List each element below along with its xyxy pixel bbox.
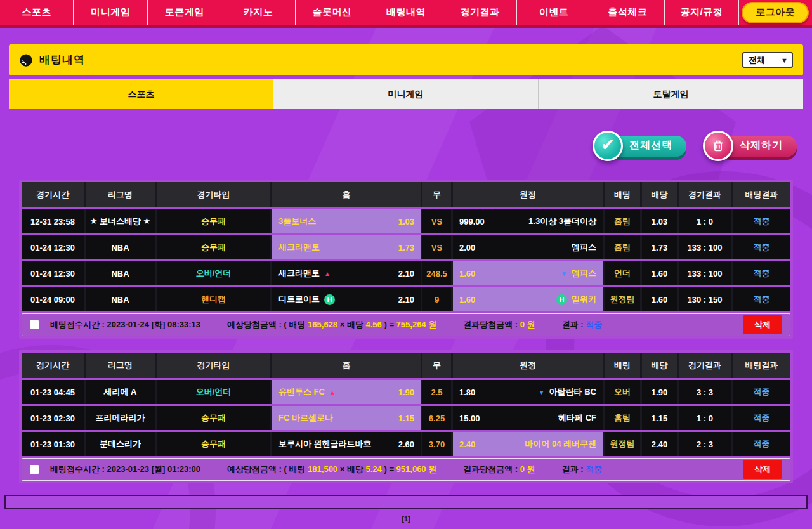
nav-item-tokengame[interactable]: 토큰게임 bbox=[148, 0, 221, 25]
top-navigation: 스포츠 미니게임 토큰게임 카지노 슬롯머신 배팅내역 경기결과 이벤트 출석체… bbox=[0, 0, 812, 28]
nav-item-betting-history[interactable]: 배팅내역 bbox=[369, 0, 443, 25]
slip-checkbox[interactable] bbox=[30, 320, 39, 329]
away-team: 멤피스 bbox=[572, 242, 596, 253]
odds-cell: 1.60 bbox=[642, 261, 677, 285]
nav-item-attendance[interactable]: 출석체크 bbox=[591, 0, 665, 25]
bet-type-cell: 오버/언더 bbox=[157, 380, 270, 404]
filter-select[interactable]: 전체 ▼ bbox=[742, 52, 793, 68]
select-all-button[interactable]: ✔ 전체선택 bbox=[593, 131, 686, 161]
away-cell: 1.80▼아탈란타 BC bbox=[453, 380, 603, 404]
pick-cell: 오버 bbox=[605, 380, 640, 404]
away-cell: 2.00멤피스 bbox=[453, 235, 603, 259]
column-header: 홈 bbox=[272, 182, 421, 207]
score-cell: 133 : 100 bbox=[679, 235, 731, 259]
home-cell: 보루시아 묀헨글라트바흐2.60 bbox=[272, 432, 421, 456]
page-header: 배팅내역 전체 ▼ bbox=[9, 44, 803, 75]
home-cell: FC 바르셀로나1.15 bbox=[272, 406, 421, 430]
chevron-down-icon: ▼ bbox=[781, 56, 788, 64]
delete-slip-button[interactable]: 삭제 bbox=[743, 315, 782, 334]
nav-item-logout-cell: 로그아웃 bbox=[739, 0, 812, 25]
pick-cell: 원정팀 bbox=[605, 432, 640, 456]
league-cell: ★ 보너스배당 ★ bbox=[86, 209, 155, 233]
away-cell: 999.001.3이상 3폴더이상 bbox=[453, 209, 603, 233]
nav-item-notice[interactable]: 공지/규정 bbox=[665, 0, 738, 25]
slip-footer: 배팅접수시간 : 2023-01-24 [화] 08:33:13예상당첨금액 :… bbox=[22, 313, 790, 336]
home-cell: 새크라맨토1.73 bbox=[272, 235, 421, 259]
result-winnings: 결과당첨금액 : 0 원 bbox=[463, 319, 535, 330]
delete-slip-button[interactable]: 삭제 bbox=[743, 460, 782, 479]
column-header: 배팅 bbox=[605, 353, 640, 378]
delete-all-button[interactable]: 삭제하기 bbox=[703, 131, 797, 161]
receipt-time: 배팅접수시간 : 2023-01-23 [월] 01:23:00 bbox=[50, 464, 200, 475]
column-header: 경기결과 bbox=[679, 353, 731, 378]
bet-row: 01-23 01:30분데스리가승무패보루시아 묀헨글라트바흐2.603.702… bbox=[22, 432, 790, 456]
soccer-ball-icon bbox=[19, 53, 33, 67]
filter-select-value: 전체 bbox=[749, 55, 765, 66]
betting-slips: 경기시간리그명경기타입홈무원정배팅배당경기결과배팅결과12-31 23:58★ … bbox=[9, 180, 803, 483]
check-icon: ✔ bbox=[593, 131, 623, 161]
home-team: 디트로이트H bbox=[278, 294, 335, 305]
home-team: 새크라맨토▲ bbox=[278, 268, 331, 279]
bet-type-cell: 승무패 bbox=[157, 432, 270, 456]
home-cell: 유벤투스 FC▲1.90 bbox=[272, 380, 421, 404]
tab-sports[interactable]: 스포츠 bbox=[9, 79, 273, 109]
away-cell: 1.60H밀워키 bbox=[453, 287, 603, 311]
away-team: H밀워키 bbox=[556, 294, 596, 305]
nav-item-minigame[interactable]: 미니게임 bbox=[74, 0, 147, 25]
column-header: 경기타입 bbox=[157, 353, 270, 378]
column-header: 리그명 bbox=[86, 182, 155, 207]
nav-item-events[interactable]: 이벤트 bbox=[517, 0, 591, 25]
score-cell: 130 : 150 bbox=[679, 287, 731, 311]
pagination-page-1[interactable]: [1] bbox=[0, 515, 812, 523]
home-team: FC 바르셀로나 bbox=[278, 412, 333, 424]
match-time-cell: 12-31 23:58 bbox=[22, 209, 84, 233]
nav-item-casino[interactable]: 카지노 bbox=[221, 0, 295, 25]
tab-minigame[interactable]: 미니게임 bbox=[273, 79, 538, 109]
score-cell: 1 : 0 bbox=[679, 406, 731, 430]
empty-slip-bar bbox=[4, 495, 808, 509]
away-team: 1.3이상 3폴더이상 bbox=[528, 216, 596, 227]
pick-cell: 홈팀 bbox=[605, 235, 640, 259]
logout-button[interactable]: 로그아웃 bbox=[742, 2, 809, 23]
nav-item-sports[interactable]: 스포츠 bbox=[0, 0, 74, 25]
home-cell: 새크라맨토▲2.10 bbox=[272, 261, 421, 285]
match-time-cell: 01-23 04:45 bbox=[22, 380, 84, 404]
down-triangle-icon: ▼ bbox=[561, 270, 567, 277]
league-cell: NBA bbox=[86, 261, 155, 285]
column-header: 원정 bbox=[453, 353, 603, 378]
draw-cell: 9 bbox=[422, 287, 451, 311]
away-team: 바이어 04 레버쿠젠 bbox=[525, 438, 596, 450]
pick-cell: 원정팀 bbox=[605, 287, 640, 311]
away-team: 헤타페 CF bbox=[558, 412, 596, 424]
draw-cell: 2.5 bbox=[422, 380, 451, 404]
nav-item-results[interactable]: 경기결과 bbox=[443, 0, 517, 25]
bet-row: 01-24 12:30NBA승무패새크라맨토1.73VS2.00멤피스홈팀1.7… bbox=[22, 235, 790, 259]
betting-slip-1: 경기시간리그명경기타입홈무원정배팅배당경기결과배팅결과12-31 23:58★ … bbox=[19, 180, 793, 339]
action-buttons: ✔ 전체선택 삭제하기 bbox=[9, 129, 803, 162]
home-cell: 디트로이트H2.10 bbox=[272, 287, 421, 311]
handicap-badge: H bbox=[324, 294, 335, 305]
slip-checkbox[interactable] bbox=[30, 465, 39, 474]
down-triangle-icon: ▼ bbox=[539, 389, 545, 396]
home-team: 유벤투스 FC▲ bbox=[278, 386, 336, 398]
score-cell: 1 : 0 bbox=[679, 209, 731, 233]
match-time-cell: 01-24 12:30 bbox=[22, 235, 84, 259]
bet-row: 01-24 12:30NBA오버/언더새크라맨토▲2.10248.51.60▼멤… bbox=[22, 261, 790, 285]
match-time-cell: 01-24 12:30 bbox=[22, 261, 84, 285]
tab-totalgame[interactable]: 토탈게임 bbox=[538, 79, 803, 109]
home-team: 새크라맨토 bbox=[278, 242, 320, 253]
league-cell: 분데스리가 bbox=[86, 432, 155, 456]
draw-cell: 3.70 bbox=[422, 432, 451, 456]
table-header-row: 경기시간리그명경기타입홈무원정배팅배당경기결과배팅결과 bbox=[22, 182, 790, 207]
result-cell: 적중 bbox=[733, 380, 790, 404]
result-cell: 적중 bbox=[733, 235, 790, 259]
bet-outcome: 결과 : 적중 bbox=[562, 319, 603, 330]
column-header: 배팅 bbox=[605, 182, 640, 207]
bet-type-cell: 승무패 bbox=[157, 209, 270, 233]
column-header: 무 bbox=[422, 182, 451, 207]
bet-row: 01-23 04:45세리에 A오버/언더유벤투스 FC▲1.902.51.80… bbox=[22, 380, 790, 404]
nav-item-slots[interactable]: 슬롯머신 bbox=[296, 0, 369, 25]
slip-footer: 배팅접수시간 : 2023-01-23 [월] 01:23:00예상당첨금액 :… bbox=[22, 458, 790, 481]
history-tabs: 스포츠 미니게임 토탈게임 bbox=[9, 79, 803, 109]
column-header: 배당 bbox=[642, 353, 677, 378]
